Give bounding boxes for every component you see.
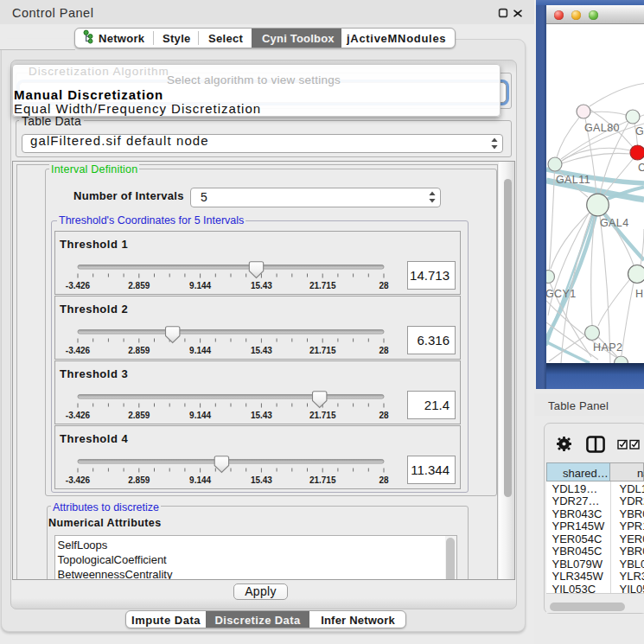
svg-text:GAL4: GAL4 xyxy=(600,217,629,229)
svg-text:HAP2: HAP2 xyxy=(593,341,622,354)
svg-text:21.715: 21.715 xyxy=(309,281,336,290)
svg-text:21.715: 21.715 xyxy=(309,475,336,485)
svg-text:-3.426: -3.426 xyxy=(66,475,91,485)
svg-text:15.43: 15.43 xyxy=(251,475,272,485)
svg-text:2.859: 2.859 xyxy=(128,346,150,355)
svg-text:9.144: 9.144 xyxy=(189,281,211,290)
svg-text:9.144: 9.144 xyxy=(189,475,211,485)
svg-text:GAL11: GAL11 xyxy=(556,174,590,186)
svg-text:15.43: 15.43 xyxy=(251,411,272,420)
svg-text:28: 28 xyxy=(379,411,389,420)
svg-text:28: 28 xyxy=(379,475,389,485)
svg-text:GAL7: GAL7 xyxy=(635,125,644,137)
svg-text:15.43: 15.43 xyxy=(251,281,272,290)
svg-text:GCY1: GCY1 xyxy=(546,288,577,300)
svg-text:28: 28 xyxy=(379,281,389,290)
svg-text:21.715: 21.715 xyxy=(309,411,336,420)
svg-text:CDC: CDC xyxy=(638,162,644,174)
svg-text:HIS7: HIS7 xyxy=(635,288,644,300)
svg-text:-3.426: -3.426 xyxy=(66,411,91,420)
svg-text:GAL80: GAL80 xyxy=(584,122,620,134)
svg-text:15.43: 15.43 xyxy=(251,346,272,355)
svg-text:21.715: 21.715 xyxy=(309,346,336,355)
svg-text:9.144: 9.144 xyxy=(189,411,211,420)
svg-text:2.859: 2.859 xyxy=(128,475,150,485)
svg-text:28: 28 xyxy=(379,346,389,355)
svg-text:2.859: 2.859 xyxy=(128,411,150,420)
svg-text:2.859: 2.859 xyxy=(128,281,150,290)
svg-text:-3.426: -3.426 xyxy=(66,281,91,290)
svg-text:-3.426: -3.426 xyxy=(66,346,91,355)
svg-text:9.144: 9.144 xyxy=(189,346,211,355)
